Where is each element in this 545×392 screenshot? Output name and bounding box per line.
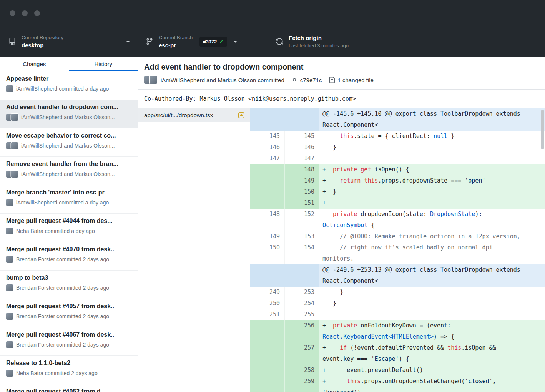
tab-changes[interactable]: Changes <box>0 57 69 71</box>
diff-hunk-header: @@ -145,6 +145,10 @@ export class Toolba… <box>250 108 545 131</box>
avatar <box>150 76 157 84</box>
diff-scrollbar[interactable] <box>541 110 544 149</box>
commit-item-byline: iAmWillShepherd committed a day ago <box>16 86 109 92</box>
content: Changes History Appease linteriAmWillShe… <box>0 57 545 392</box>
commit-list-item[interactable]: Merge pull request #4052 from d... <box>0 384 138 392</box>
old-line-number: 145 <box>250 131 285 142</box>
commit-list-item[interactable]: Appease linteriAmWillShepherd committed … <box>0 71 138 100</box>
commit-list-item[interactable]: Merge pull request #4044 from des...Neha… <box>0 214 138 242</box>
commit-list-item[interactable]: Merge branch 'master' into esc-priAmWill… <box>0 185 138 214</box>
commit-item-byline: Neha Batra committed a day ago <box>16 228 95 234</box>
repository-name: desktop <box>22 42 63 48</box>
code-line: + <box>319 198 545 209</box>
commit-list-item[interactable]: bump to beta3Brendan Forster committed 2… <box>0 271 138 299</box>
old-line-number <box>250 320 285 342</box>
commit-item-title: Appease linter <box>6 75 131 82</box>
commit-list-item[interactable]: Merge pull request #4057 from desk..Bren… <box>0 299 138 327</box>
old-line-number <box>250 198 285 209</box>
old-line-number: 147 <box>250 153 285 164</box>
diff-line-added: 257+ if (!event.defaultPrevented && this… <box>250 342 545 365</box>
repository-switcher-button[interactable]: Current Repository desktop <box>0 26 138 57</box>
commit-history-list: Appease linteriAmWillShepherd committed … <box>0 71 138 392</box>
code-line: } <box>319 142 545 153</box>
diff-area: app/src/ui/t.../dropdown.tsx @@ -145,6 +… <box>138 108 545 392</box>
toolbar-spacer <box>400 26 545 57</box>
repository-text: Current Repository desktop <box>22 35 63 48</box>
titlebar <box>0 0 545 26</box>
code-line: // right now it's scaled badly on normal… <box>319 242 545 264</box>
commit-item-meta: Neha Batra committed a day ago <box>6 228 131 234</box>
diff-line-context: 251255 <box>250 309 545 320</box>
old-line-number: 251 <box>250 309 285 320</box>
fetch-text: Fetch origin Last fetched 3 minutes ago <box>289 35 349 48</box>
code-line: @@ -145,6 +145,10 @@ export class Toolba… <box>319 108 545 131</box>
commit-list-item[interactable]: Release to 1.1.0-beta2Neha Batra committ… <box>0 356 138 384</box>
commit-item-title: Merge pull request #4067 from desk.. <box>6 331 131 338</box>
new-line-number: 258 <box>285 365 319 376</box>
avatar <box>6 284 13 291</box>
old-line-number <box>250 365 285 376</box>
code-line: this.state = { clientRect: null } <box>319 131 545 142</box>
commit-item-byline: Brendan Forster committed 2 days ago <box>16 313 109 319</box>
commit-list-item[interactable]: Move escape behavior to correct co...iAm… <box>0 128 138 157</box>
new-line-number: 254 <box>285 298 319 309</box>
fetch-origin-button[interactable]: Fetch origin Last fetched 3 minutes ago <box>268 26 400 57</box>
diff-line-context: 250254 } <box>250 298 545 309</box>
diff-line-added: 259+ this.props.onDropdownStateChanged('… <box>250 376 545 392</box>
commit-item-byline: Neha Batra committed 2 days ago <box>16 370 98 376</box>
diff-hunk-header: @@ -249,6 +253,13 @@ export class Toolba… <box>250 264 545 287</box>
fetch-subtitle: Last fetched 3 minutes ago <box>289 43 349 48</box>
minimize-button[interactable] <box>22 10 28 16</box>
code-line <box>319 153 545 164</box>
commit-item-title: Merge pull request #4070 from desk.. <box>6 246 131 253</box>
commit-item-byline: Brendan Forster committed 2 days ago <box>16 256 109 262</box>
old-line-number: 148 <box>250 209 285 231</box>
zoom-button[interactable] <box>34 10 40 16</box>
avatar <box>6 85 13 92</box>
new-line-number: 150 <box>285 186 319 198</box>
commit-item-title: Merge pull request #4057 from desk.. <box>6 303 131 310</box>
commit-list-item[interactable]: Merge pull request #4067 from desk..Bren… <box>0 327 138 356</box>
avatar <box>11 171 18 178</box>
branch-switcher-button[interactable]: Current Branch esc-pr #3972 ✓ <box>138 26 268 57</box>
close-button[interactable] <box>10 10 15 16</box>
code-line: } <box>319 298 545 309</box>
commit-item-meta: iAmWillShepherd committed a day ago <box>6 85 131 92</box>
branch-name: esc-pr <box>159 42 193 48</box>
new-line-number: 145 <box>285 131 319 142</box>
author-avatars <box>144 76 157 84</box>
commit-list-item[interactable]: Merge pull request #4070 from desk..Bren… <box>0 242 138 271</box>
new-line-number: 253 <box>285 287 319 298</box>
commit-item-meta: iAmWillShepherd committed a day ago <box>6 199 131 206</box>
changed-files-count: 1 changed file <box>338 77 374 83</box>
code-line: @@ -249,6 +253,13 @@ export class Toolba… <box>319 264 545 287</box>
avatar <box>6 313 13 320</box>
code-line: + return this.props.dropdownState === 'o… <box>319 175 545 186</box>
commit-item-byline: iAmWillShepherd and Markus Olsson... <box>21 171 115 177</box>
old-line-number <box>250 186 285 198</box>
code-line: + } <box>319 186 545 198</box>
github-desktop-window: Current Repository desktop Current Branc… <box>0 0 545 392</box>
diff-line-context: 149153 // @TODO: Remake triangle octicon… <box>250 231 545 242</box>
diff-line-context: 150154 // right now it's scaled badly on… <box>250 242 545 264</box>
commit-item-meta: iAmWillShepherd and Markus Olsson... <box>6 171 131 178</box>
new-line-number: 256 <box>285 320 319 342</box>
repository-label: Current Repository <box>22 35 63 40</box>
commit-item-byline: Brendan Forster committed 2 days ago <box>16 342 109 348</box>
code-line: + this.props.onDropdownStateChanged('clo… <box>319 376 545 392</box>
diff-line-added: 151+ <box>250 198 545 209</box>
commit-list-item[interactable]: Remove event handler from the bran...iAm… <box>0 157 138 185</box>
commit-item-title: Release to 1.1.0-beta2 <box>6 360 131 367</box>
commit-item-title: bump to beta3 <box>6 274 131 281</box>
code-line: } <box>319 287 545 298</box>
new-line-number: 257 <box>285 342 319 365</box>
tab-history[interactable]: History <box>69 57 138 71</box>
commit-item-meta: iAmWillShepherd and Markus Olsson... <box>6 114 131 121</box>
commit-item-meta: Brendan Forster committed 2 days ago <box>6 284 131 291</box>
file-list-item[interactable]: app/src/ui/t.../dropdown.tsx <box>138 108 250 122</box>
code-line: + event.preventDefault() <box>319 365 545 376</box>
branch-label: Current Branch <box>159 35 193 40</box>
commit-item-meta: iAmWillShepherd and Markus Olsson... <box>6 142 131 149</box>
avatar <box>11 114 18 121</box>
commit-list-item[interactable]: Add event handler to dropdown com...iAmW… <box>0 100 138 128</box>
